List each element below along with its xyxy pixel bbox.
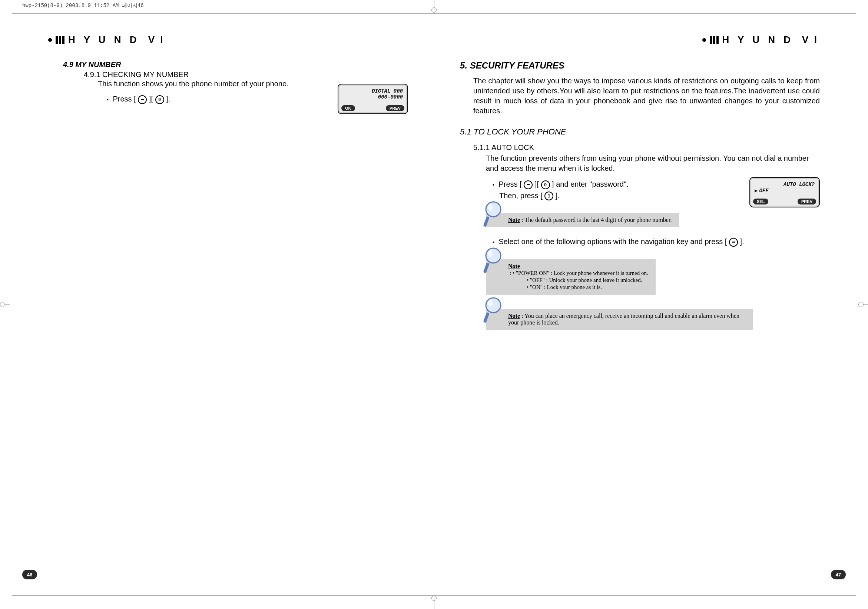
logo-badge-icon [56,36,65,44]
phone-line-2: OFF [759,188,768,194]
note-emergency-call: Note : You can place an emergency call, … [486,309,753,330]
brand-logo-left: H Y U N D V I [48,34,408,46]
heading-5-1: 5.1 TO LOCK YOUR PHONE [460,127,820,137]
svg-rect-2 [483,216,490,227]
note-lock-options: Note : • "POWER ON" : Lock your phone wh… [486,259,656,295]
step1b-prefix: Then, press [ [499,192,542,200]
menu-key-icon [729,238,738,247]
step-text-prefix: Press [ [113,95,136,103]
page-number-right: 47 [831,570,846,580]
brand-logo-right: H Y U N D V I [460,34,820,46]
note-text: : You can place an emergency call, recei… [508,313,739,326]
heading-4-9-1: 4.9.1 CHECKING MY NUMBER [84,70,408,79]
logo-dot-icon [48,38,52,42]
note-text: : The default password is the last 4 dig… [521,217,671,223]
brand-name: H Y U N D V I [722,34,820,46]
phone-screen-mynumber: DIGTAL 000 000-0000 OK PREV [338,84,408,114]
menu-key-icon [524,181,533,189]
svg-rect-8 [483,312,490,323]
desc-5-1-1: The function prevents others from using … [486,153,820,173]
phone-line-1: AUTO LOCK? [755,181,815,187]
step1-suffix: ] and enter "password". [552,180,629,188]
magnifier-icon [482,246,504,277]
note2-line-3: • "ON" : Lock your phone as it is. [527,284,648,291]
brand-name: H Y U N D V I [68,34,166,46]
softkey-ok: OK [341,105,355,111]
softkey-prev: PREV [798,199,816,204]
heading-4-9: 4.9 MY NUMBER [63,60,408,69]
phone-screen-autolock: AUTO LOCK? ▶ OFF SEL PREV [749,177,820,207]
svg-point-6 [486,298,501,313]
trim-line-top [12,13,856,14]
intro-5: The chapter will show you the ways to im… [473,76,820,116]
page-right: H Y U N D V I 5. SECURITY FEATURES The c… [434,29,846,580]
note-label: Note [508,263,520,269]
step-bracket-end: ]. [166,95,170,103]
softkey-prev: PREV [386,105,405,111]
registration-mark-right [859,302,868,307]
magnifier-icon [482,295,504,327]
page-left: H Y U N D V I 4.9 MY NUMBER 4.9.1 CHECKI… [22,29,434,580]
step-select-option: • Select one of the following options wi… [493,238,820,247]
note2-line-1: : • "POWER ON" : Lock your phone wheneve… [510,270,648,276]
key-0-icon: 0 [541,181,550,189]
svg-rect-5 [483,263,490,274]
selection-caret-icon: ▶ [755,187,758,194]
svg-point-7 [488,299,493,307]
crop-mark-bottom [434,600,434,609]
page-number-left: 46 [22,570,37,580]
print-header: hwp-2150(8-9) 2003.8.9 11:52 AM 페이지46 [22,2,144,9]
svg-point-0 [486,202,501,217]
step-bracket-mid: ][ [149,95,153,103]
note-label: Note [508,217,520,223]
menu-key-icon [138,95,147,104]
step1-prefix: Press [ [499,180,521,188]
note-label: Note [508,313,520,319]
phone-line-1: DIGTAL 000 [343,88,403,94]
step2-prefix: Select one of the following options with… [499,238,727,246]
logo-badge-icon [710,36,719,44]
logo-dot-icon [702,38,706,42]
svg-point-4 [488,250,493,257]
step1-mid: ][ [535,180,539,188]
svg-point-3 [486,248,501,263]
step1b-suffix: ]. [556,192,560,200]
softkey-sel: SEL [753,199,768,204]
key-1-icon: 1 [544,192,553,200]
trim-line-bottom [12,595,856,596]
note2-line-2: • "OFF" : Unlock your phone and leave it… [527,277,648,283]
step2-suffix: ]. [740,238,744,246]
heading-5: 5. SECURITY FEATURES [460,60,820,71]
heading-5-1-1: 5.1.1 AUTO LOCK [473,143,820,152]
registration-mark-top [431,3,437,12]
note-default-password: Note : The default password is the last … [486,213,679,227]
registration-mark-left [0,302,9,307]
svg-point-1 [488,203,493,211]
phone-line-2: 000-0000 [343,94,403,100]
magnifier-icon [482,200,504,231]
key-9-icon: 9 [155,95,164,104]
